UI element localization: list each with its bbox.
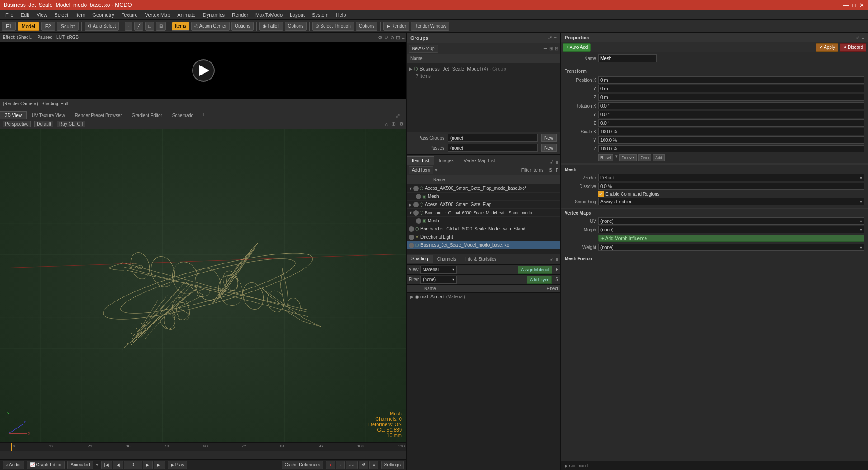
menu-vertex-map[interactable]: Vertex Map [142, 11, 174, 19]
select-polys-btn[interactable]: □ [145, 22, 154, 31]
vp-zoom-icon[interactable]: ⊕ [392, 121, 396, 127]
sh-row0-expand[interactable]: ▶ [410, 295, 415, 299]
select-items-btn[interactable]: ⊞ [156, 22, 166, 31]
vp-settings-icon[interactable]: ⚙ [399, 121, 404, 127]
add-morph-influence-btn[interactable]: + Add Morph Influence [598, 235, 864, 242]
menu-item[interactable]: Item [72, 11, 89, 19]
minimize-btn[interactable]: — [843, 2, 849, 9]
groups-icon1[interactable]: ☰ [543, 46, 547, 51]
shading-row-0[interactable]: ▶ ◉ mat_Aircraft (Material) [407, 293, 560, 301]
close-btn[interactable]: ✕ [859, 2, 864, 9]
uv-dropdown[interactable]: (none) ▾ [598, 217, 864, 225]
ray-gl-btn[interactable]: Ray GL: Off [57, 121, 85, 127]
pass-groups-value[interactable]: (none) [448, 134, 538, 142]
render-btn[interactable]: ▶ Render [383, 22, 409, 31]
scale-z-value[interactable]: 100.0 % [598, 145, 864, 152]
default-btn[interactable]: Default [34, 121, 53, 127]
stab-channels[interactable]: Channels [433, 255, 461, 263]
loop-btn[interactable]: ↺ [359, 461, 368, 469]
options2-btn[interactable]: Options [285, 22, 307, 31]
viewport-menu-icon[interactable]: ≡ [402, 113, 405, 118]
item-expand-icon[interactable]: ⤢ [550, 159, 554, 165]
reset-dropdown[interactable]: ▾ [615, 154, 618, 161]
row3-expand[interactable]: ▼ [409, 211, 413, 215]
item-row-0[interactable]: ▼ ⬡ Axess_AX500_Smart_Gate_Flap_modo_bas… [407, 184, 560, 193]
key-btn[interactable]: ⬦ [336, 461, 345, 469]
rot-x-value[interactable]: 0.0 ° [598, 102, 864, 109]
reset-btn[interactable]: Reset [598, 154, 613, 161]
tab-render-preset[interactable]: Render Preset Browser [70, 111, 127, 119]
menu-help[interactable]: Help [332, 11, 350, 19]
preview-icon1[interactable]: ⚙ [378, 35, 382, 41]
add-tab-btn[interactable]: + [198, 110, 209, 119]
items-btn[interactable]: Items [172, 22, 189, 31]
play-preview-btn[interactable] [192, 59, 215, 82]
item-menu-icon[interactable]: ≡ [556, 160, 558, 165]
item-row-5[interactable]: ⬡ Bombardier_Global_6000_Scale_Model_wit… [407, 225, 560, 233]
tab-schematic[interactable]: Schematic [167, 111, 198, 119]
select-edges-btn[interactable]: ╱ [134, 22, 143, 31]
render-dropdown[interactable]: Default ▾ [598, 174, 864, 181]
render-window-btn[interactable]: Render Window [411, 22, 449, 31]
cache-deformers-btn[interactable]: Cache Deformers [282, 461, 323, 469]
playback-opts[interactable]: ≡ [369, 461, 378, 469]
smoothing-dropdown[interactable]: Always Enabled ▾ [598, 198, 864, 205]
viewport-expand-icon[interactable]: ⤢ [396, 113, 400, 119]
item-row-1[interactable]: ▣ Mesh [407, 193, 560, 201]
audio-btn[interactable]: ♪ Audio [3, 461, 24, 469]
options3-btn[interactable]: Options [356, 22, 377, 31]
menu-layout[interactable]: Layout [286, 11, 308, 19]
preview-icon2[interactable]: ↺ [384, 35, 388, 41]
groups-icon2[interactable]: ⊞ [549, 46, 553, 51]
morph-dropdown[interactable]: (none) ▾ [598, 226, 864, 233]
mode-f1[interactable]: F1 [2, 22, 16, 31]
menu-geometry[interactable]: Geometry [89, 11, 118, 19]
item-row-4[interactable]: ▣ Mesh [407, 217, 560, 225]
filter-dropdown[interactable]: (none) ▾ [420, 276, 457, 284]
add-item-dropdown[interactable]: ▾ [435, 167, 438, 173]
view-type-btn[interactable]: Perspective [3, 121, 31, 127]
mode-f2[interactable]: F2 [41, 22, 55, 31]
play-btn[interactable]: ▶ Play [168, 461, 187, 469]
groups-expand-icon[interactable]: ⤢ [548, 35, 552, 41]
preview-icon3[interactable]: ⊕ [390, 35, 394, 41]
shading-menu-icon[interactable]: ≡ [556, 257, 558, 262]
add-layer-btn[interactable]: Add Layer [527, 276, 552, 284]
scale-x-value[interactable]: 100.0 % [598, 128, 864, 135]
menu-animate[interactable]: Animate [174, 11, 199, 19]
item-row-3[interactable]: ▼ ⬡ Bombardier_Global_6000_Scale_Model_w… [407, 209, 560, 217]
record-btn[interactable]: ● [326, 461, 335, 469]
itab-vertex-map[interactable]: Vertex Map List [459, 156, 500, 165]
menu-file[interactable]: File [2, 11, 17, 19]
menu-view[interactable]: View [33, 11, 51, 19]
properties-menu-icon[interactable]: ≡ [862, 35, 864, 40]
groups-menu-icon[interactable]: ≡ [554, 35, 557, 41]
select-through-btn[interactable]: ⊙ Select Through [312, 22, 354, 31]
auto-add-btn[interactable]: + Auto Add [563, 43, 591, 52]
zero-btn[interactable]: Zero [638, 154, 651, 161]
freeze-btn[interactable]: Freeze [619, 154, 637, 161]
properties-expand-icon[interactable]: ⤢ [856, 34, 860, 40]
itab-images[interactable]: Images [434, 156, 459, 165]
prev-frame-btn[interactable]: ◀ [113, 461, 123, 469]
tab-uv-texture[interactable]: UV Texture View [27, 111, 70, 119]
vp-home-icon[interactable]: ⌂ [385, 122, 388, 127]
itab-item-list[interactable]: Item List [407, 156, 434, 165]
item-row-6[interactable]: ☀ Directional Light [407, 233, 560, 241]
rot-y-value[interactable]: 0.0 ° [598, 111, 864, 118]
falloff-btn[interactable]: ◉ Falloff [259, 22, 283, 31]
menu-maxtomodo[interactable]: MaxToModo [252, 11, 286, 19]
rot-z-value[interactable]: 0.0 ° [598, 119, 864, 127]
stab-info[interactable]: Info & Statistics [461, 255, 501, 263]
tab-3dview[interactable]: 3D View [0, 111, 27, 119]
assign-material-btn[interactable]: Assign Material [518, 266, 552, 274]
pos-y-value[interactable]: 0 m [598, 85, 864, 92]
item-row-2[interactable]: ▶ ⬡ Axess_AX500_Smart_Gate_Flap [407, 201, 560, 209]
enable-command-regions-check[interactable]: ✔ [598, 191, 604, 197]
preview-icon5[interactable]: ≡ [402, 35, 405, 40]
frame-number[interactable]: 0 [124, 461, 142, 469]
animated-btn[interactable]: Animated [67, 461, 93, 469]
pos-x-value[interactable]: 0 m [598, 76, 864, 84]
menu-render[interactable]: Render [228, 11, 252, 19]
add-item-btn[interactable]: Add Item [409, 166, 433, 174]
